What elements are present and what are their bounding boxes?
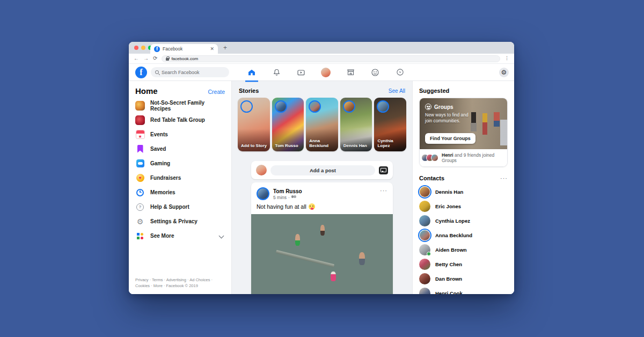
minimize-window-button[interactable] bbox=[141, 46, 145, 50]
browser-tab[interactable]: f Facebook ✕ bbox=[150, 44, 218, 54]
sidebar-item-icon bbox=[136, 189, 144, 196]
contact-name: Cynthia Lopez bbox=[435, 218, 470, 224]
stories-title: Stories bbox=[239, 87, 259, 94]
contact-avatar bbox=[419, 186, 430, 197]
contact-name: Dennis Han bbox=[435, 189, 463, 195]
contact-avatar bbox=[419, 288, 430, 294]
contact-betty-chen[interactable]: Betty Chen bbox=[419, 257, 508, 272]
search-input[interactable]: Search Facebook bbox=[151, 67, 229, 77]
sidebar-item-icon bbox=[135, 115, 145, 125]
suggested-groups-card[interactable]: Groups New ways to find and join communi… bbox=[419, 98, 508, 167]
groups-icon bbox=[371, 68, 379, 77]
browser-toolbar: ← → ⟳ facebook.com ⋮ bbox=[129, 54, 514, 64]
sidebar-item-memories[interactable]: Memories bbox=[135, 185, 225, 200]
sidebar-item-settings-privacy[interactable]: Settings & Privacy bbox=[135, 214, 225, 229]
post-photo-lake-jump[interactable] bbox=[251, 214, 393, 294]
sidebar-item-icon bbox=[136, 232, 144, 240]
nav-home-tab[interactable] bbox=[245, 64, 258, 80]
sidebar-item-help-support[interactable]: Help & Support bbox=[135, 200, 225, 214]
swimmer-figure bbox=[331, 272, 336, 281]
browser-menu-icon[interactable]: ⋮ bbox=[504, 57, 509, 59]
contact-avatar bbox=[419, 273, 430, 284]
contact-aiden-brown[interactable]: Aiden Brown bbox=[419, 243, 508, 257]
contact-anna-becklund[interactable]: Anna Becklund bbox=[419, 228, 508, 243]
search-placeholder: Search Facebook bbox=[162, 70, 200, 75]
forward-arrow-icon[interactable]: → bbox=[143, 56, 149, 61]
right-sidebar: Suggested Groups New ways to find and jo… bbox=[412, 81, 514, 294]
nav-marketplace-tab[interactable] bbox=[344, 64, 357, 80]
story-avatar bbox=[275, 100, 287, 113]
profile-avatar bbox=[321, 68, 331, 77]
close-window-button[interactable] bbox=[134, 46, 138, 50]
sidebar-item-label: See More bbox=[150, 233, 174, 239]
story-card-cynthia-lopez[interactable]: Cynthia Lopez bbox=[374, 98, 406, 151]
facebook-logo[interactable]: f bbox=[135, 67, 147, 78]
sidebar-item-fundraisers[interactable]: Fundraisers bbox=[135, 171, 225, 185]
nav-watch-tab[interactable] bbox=[295, 64, 308, 80]
post-author-name[interactable]: Tom Russo bbox=[273, 188, 302, 195]
contacts-options-icon[interactable] bbox=[500, 177, 508, 180]
story-name: Add to Story bbox=[241, 143, 268, 149]
nav-notifications-tab[interactable] bbox=[270, 64, 283, 80]
facebook-header: f Search Facebook bbox=[129, 64, 514, 81]
sidebar-item-icon bbox=[136, 203, 144, 211]
suggested-title: Suggested bbox=[419, 87, 508, 94]
sidebar-item-label: Help & Support bbox=[150, 204, 189, 210]
contact-henri-cook[interactable]: Henri Cook bbox=[419, 286, 508, 294]
sidebar-item-label: Red Table Talk Group bbox=[150, 117, 205, 123]
groups-description: New ways to find and join communities. bbox=[425, 112, 469, 124]
back-arrow-icon[interactable]: ← bbox=[134, 56, 139, 61]
sidebar-item-label: Not-So-Secret Family Recipes bbox=[150, 100, 219, 112]
page-content: Home Create Not-So-Secret Family Recipes… bbox=[129, 81, 514, 294]
post-author-avatar[interactable] bbox=[257, 187, 269, 200]
sidebar-item-label: Fundraisers bbox=[150, 175, 181, 181]
window-controls bbox=[134, 46, 152, 50]
post-options-icon[interactable] bbox=[380, 187, 387, 194]
social-proof-text: Henri and 9 friends joined Groups bbox=[442, 152, 503, 163]
reload-icon[interactable]: ⟳ bbox=[153, 56, 157, 61]
groups-brand-label: Groups bbox=[434, 104, 453, 110]
sidebar-item-family-recipes[interactable]: Not-So-Secret Family Recipes bbox=[135, 98, 225, 113]
feed-post: Tom Russo 5 mins · Not having fun at all bbox=[251, 182, 393, 294]
contact-cynthia-lopez[interactable]: Cynthia Lopez bbox=[419, 214, 508, 228]
marketplace-icon bbox=[347, 68, 355, 76]
story-card-add-to-story[interactable]: Add to Story bbox=[238, 98, 270, 151]
sidebar-item-icon bbox=[136, 159, 144, 167]
contact-name: Betty Chen bbox=[435, 261, 462, 267]
social-proof-avatars bbox=[424, 154, 438, 162]
story-avatar bbox=[240, 100, 253, 113]
sidebar-item-icon bbox=[136, 174, 144, 182]
sidebar-item-see-more[interactable]: See More bbox=[135, 229, 225, 243]
sidebar-item-icon bbox=[137, 145, 143, 153]
contact-name: Anna Becklund bbox=[435, 232, 472, 238]
sidebar-item-saved[interactable]: Saved bbox=[135, 142, 225, 156]
add-post-input[interactable]: Add a post bbox=[270, 165, 375, 175]
sidebar-item-events[interactable]: Events bbox=[135, 127, 225, 142]
contact-dan-brown[interactable]: Dan Brown bbox=[419, 272, 508, 286]
nav-groups-tab[interactable] bbox=[369, 64, 382, 80]
photo-upload-icon[interactable] bbox=[379, 166, 388, 174]
story-card-tom-russo[interactable]: Tom Russo bbox=[272, 98, 304, 151]
story-card-dennis-han[interactable]: Dennis Han bbox=[340, 98, 372, 151]
settings-gear-button[interactable]: ⚙ bbox=[499, 68, 509, 77]
browser-window: f Facebook ✕ + ← → ⟳ facebook.com ⋮ f Se… bbox=[129, 42, 514, 294]
sidebar-item-gaming[interactable]: Gaming bbox=[135, 156, 225, 171]
facebook-favicon: f bbox=[154, 46, 160, 52]
nav-profile-tab[interactable] bbox=[319, 64, 332, 80]
swimmer-figure bbox=[359, 252, 365, 265]
create-link[interactable]: Create bbox=[208, 89, 225, 95]
contact-dennis-han[interactable]: Dennis Han bbox=[419, 185, 508, 199]
story-card-anna-becklund[interactable]: Anna Becklund bbox=[306, 98, 338, 151]
sidebar-item-red-table-talk[interactable]: Red Table Talk Group bbox=[135, 113, 225, 127]
address-bar[interactable]: facebook.com bbox=[162, 55, 500, 62]
story-avatar bbox=[377, 100, 389, 113]
sidebar-item-label: Gaming bbox=[150, 160, 170, 166]
nav-messenger-tab[interactable] bbox=[393, 64, 406, 80]
close-tab-icon[interactable]: ✕ bbox=[210, 47, 214, 52]
find-your-groups-button[interactable]: Find Your Groups bbox=[425, 133, 475, 144]
stories-see-all-link[interactable]: See All bbox=[389, 88, 405, 94]
left-sidebar: Home Create Not-So-Secret Family Recipes… bbox=[129, 81, 232, 294]
story-name: Tom Russo bbox=[275, 143, 303, 149]
new-tab-button[interactable]: + bbox=[223, 45, 227, 51]
contact-eric-jones[interactable]: Eric Jones bbox=[419, 199, 508, 214]
